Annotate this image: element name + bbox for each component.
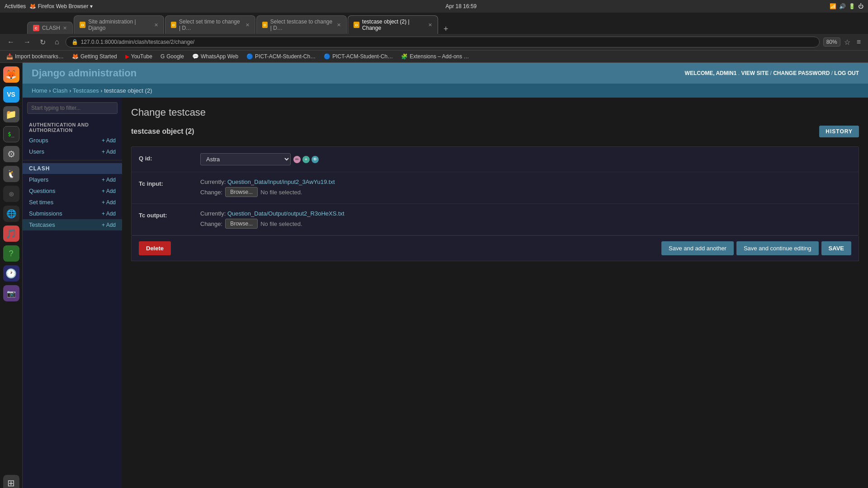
- view-qid-icon[interactable]: +: [302, 156, 310, 163]
- menu-button[interactable]: ≡: [854, 37, 863, 47]
- tc-output-field: Currently: Question_Data/Output/output2_…: [200, 210, 851, 229]
- sidebar-item-groups[interactable]: Groups + Add: [23, 135, 122, 146]
- sidebar-item-users[interactable]: Users + Add: [23, 146, 122, 157]
- bookmark-whatsapp[interactable]: 💬 WhatsApp Web: [190, 52, 240, 61]
- tc-input-no-file: No file selected.: [260, 189, 302, 196]
- os-icon-network[interactable]: 🌐: [3, 206, 19, 222]
- delete-button[interactable]: Delete: [139, 241, 171, 255]
- breadcrumb-clash[interactable]: Clash: [52, 87, 67, 94]
- tab-label-admin: Site administration | Django: [88, 19, 151, 31]
- tab-close-testcase[interactable]: ✕: [337, 22, 341, 28]
- os-icon-terminal[interactable]: $_: [3, 126, 19, 142]
- tab-select-testcase[interactable]: D Select testcase to change | D… ✕: [256, 15, 347, 34]
- os-icon-snap[interactable]: ◎: [3, 186, 19, 202]
- tc-input-currently-text: Currently:: [200, 178, 226, 185]
- os-icon-apps[interactable]: ⊞: [3, 475, 19, 488]
- log-out-link[interactable]: LOG OUT: [834, 70, 859, 76]
- youtube-icon: ▶: [125, 53, 129, 60]
- sidebar-set-times-add[interactable]: + Add: [102, 199, 116, 206]
- breadcrumb-sep-2: ›: [69, 87, 73, 94]
- back-button[interactable]: ←: [5, 37, 17, 47]
- tc-input-currently-row: Currently: Question_Data/Input/input2_3A…: [200, 178, 851, 185]
- sidebar-users-label: Users: [29, 148, 44, 155]
- tab-favicon-admin: D: [80, 22, 85, 28]
- activities-label[interactable]: Activities: [5, 3, 26, 9]
- bookmark-youtube[interactable]: ▶ YouTube: [123, 52, 154, 61]
- os-icon-settings[interactable]: ⚙: [3, 146, 19, 162]
- sidebar-item-players[interactable]: Players + Add: [23, 174, 122, 185]
- sidebar-item-set-times[interactable]: Set times + Add: [23, 197, 122, 208]
- bookmark-pict-2[interactable]: 🔵 PICT-ACM-Student-Ch…: [322, 52, 395, 61]
- bookmark-getting-started[interactable]: 🦊 Getting Started: [70, 52, 119, 61]
- bookmark-star-icon[interactable]: ☆: [844, 38, 850, 47]
- sidebar-questions-add[interactable]: + Add: [102, 188, 116, 194]
- sidebar-item-submissions[interactable]: Submissions + Add: [23, 208, 122, 219]
- save-add-another-button[interactable]: Save and add another: [661, 241, 734, 255]
- refresh-button[interactable]: ↻: [37, 37, 48, 47]
- breadcrumb-home[interactable]: Home: [32, 87, 47, 94]
- new-tab-btn[interactable]: +: [439, 24, 453, 34]
- url-text[interactable]: 127.0.0.1:8000/admin/clash/testcase/2/ch…: [81, 39, 195, 45]
- sidebar-groups-add[interactable]: + Add: [102, 137, 116, 144]
- os-icon-ubuntu[interactable]: 🐧: [3, 166, 19, 182]
- tc-input-label: Tc input:: [139, 178, 193, 187]
- change-password-link[interactable]: CHANGE PASSWORD: [773, 70, 830, 76]
- object-header: testcase object (2) HISTORY: [131, 126, 859, 137]
- forward-button[interactable]: →: [21, 37, 33, 47]
- tab-close-settime[interactable]: ✕: [245, 22, 250, 28]
- sidebar-filter-input[interactable]: [27, 102, 118, 114]
- tc-output-change-label: Change:: [200, 221, 222, 227]
- pict-1-icon: 🔵: [246, 53, 253, 60]
- tc-output-browse-button[interactable]: Browse...: [225, 219, 258, 229]
- sidebar-submissions-add[interactable]: + Add: [102, 211, 116, 217]
- bookmark-extensions-label: Extensions – Add-ons …: [410, 53, 469, 60]
- sidebar-users-add[interactable]: + Add: [102, 149, 116, 155]
- tc-input-current-file-link[interactable]: Question_Data/Input/input2_3AwYu19.txt: [227, 178, 335, 185]
- sidebar-item-questions[interactable]: Questions + Add: [23, 185, 122, 197]
- sidebar-section-clash: CLASH: [23, 163, 122, 174]
- sidebar-testcases-add[interactable]: + Add: [102, 222, 116, 228]
- bookmark-google[interactable]: G Google: [159, 52, 186, 61]
- tab-testcase-change[interactable]: D testcase object (2) | Change ✕: [348, 15, 438, 34]
- tc-output-current-file-link[interactable]: Question_Data/Output/output2_R3oHeXS.txt: [227, 210, 344, 217]
- qid-select[interactable]: Astra: [200, 153, 291, 165]
- os-icon-music[interactable]: 🎵: [3, 225, 19, 242]
- save-button[interactable]: SAVE: [821, 241, 851, 255]
- tab-site-admin[interactable]: D Site administration | Django ✕: [74, 15, 164, 34]
- tc-input-browse-button[interactable]: Browse...: [225, 187, 258, 197]
- bookmark-extensions[interactable]: 🧩 Extensions – Add-ons …: [399, 52, 471, 61]
- browser-chrome: C CLASH ✕ D Site administration | Django…: [0, 13, 868, 63]
- pict-2-icon: 🔵: [324, 53, 330, 60]
- tab-clash[interactable]: C CLASH ✕: [27, 22, 73, 34]
- add-qid-icon[interactable]: 👁: [311, 156, 319, 163]
- save-continue-editing-button[interactable]: Save and continue editing: [736, 241, 819, 255]
- view-site-link[interactable]: VIEW SITE: [741, 70, 769, 76]
- tab-select-set-time[interactable]: D Select set time to change | D… ✕: [165, 15, 255, 34]
- tab-close-admin[interactable]: ✕: [154, 22, 158, 28]
- sidebar-testcases-label: Testcases: [29, 221, 55, 228]
- tab-bar: C CLASH ✕ D Site administration | Django…: [0, 13, 868, 34]
- edit-qid-icon[interactable]: ✏: [293, 156, 301, 163]
- bookmark-pict-1[interactable]: 🔵 PICT-ACM-Student-Ch…: [245, 52, 317, 61]
- tab-close-clash[interactable]: ✕: [63, 25, 67, 31]
- os-icon-vscode[interactable]: VS: [3, 86, 19, 103]
- sidebar-players-add[interactable]: + Add: [102, 177, 116, 183]
- sidebar-separator: [23, 160, 122, 160]
- os-icon-clock[interactable]: 🕐: [3, 265, 19, 282]
- welcome-text: WELCOME,: [685, 70, 716, 76]
- tab-label-testcase: Select testcase to change | D…: [270, 19, 334, 31]
- bookmark-import[interactable]: 📥 Import bookmarks…: [5, 52, 66, 61]
- history-button[interactable]: HISTORY: [819, 126, 859, 137]
- sidebar-item-testcases[interactable]: Testcases + Add: [23, 219, 122, 230]
- address-bar[interactable]: 🔒 127.0.0.1:8000/admin/clash/testcase/2/…: [66, 37, 820, 47]
- tab-close-testcase-change[interactable]: ✕: [428, 22, 432, 28]
- os-icon-help[interactable]: ?: [3, 245, 19, 262]
- os-icon-photos[interactable]: 📷: [3, 285, 19, 301]
- os-icon-firefox[interactable]: 🦊: [3, 66, 19, 83]
- sidebar-players-label: Players: [29, 176, 48, 183]
- os-bar-left: Activities 🦊 Firefox Web Browser ▾: [5, 3, 93, 9]
- bookmarks-bar: 📥 Import bookmarks… 🦊 Getting Started ▶ …: [0, 51, 868, 63]
- breadcrumb-testcases[interactable]: Testcases: [73, 87, 99, 94]
- os-icon-files[interactable]: 📁: [3, 106, 19, 122]
- home-button[interactable]: ⌂: [52, 37, 62, 47]
